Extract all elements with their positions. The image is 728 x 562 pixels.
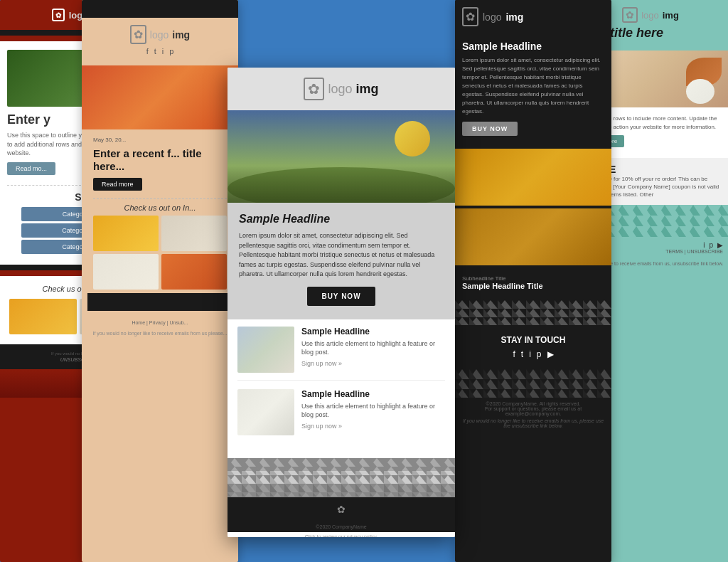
fourth-twitter-icon: t xyxy=(521,349,523,359)
center-policy-link[interactable]: Click to review our privacy policy. xyxy=(228,532,455,538)
fourth-chevron-svg xyxy=(455,300,611,325)
second-chevron-bottom2 xyxy=(87,311,232,317)
fifth-logo-icon: ✿ xyxy=(622,7,638,23)
fourth-footer-copyright: ©2020 CompanyName. All rights reserved. … xyxy=(455,398,611,432)
svg-rect-17 xyxy=(455,369,611,398)
second-footer-small: If you would no longer like to receive e… xyxy=(87,329,232,338)
svg-rect-11 xyxy=(228,484,455,497)
center-chevron-footer xyxy=(228,458,455,497)
second-flower-2 xyxy=(161,216,227,251)
fourth-stay-touch: STAY IN TOUCH f t i p ▶ xyxy=(455,325,611,369)
fourth-body-text: Lorem ipsum dolor sit amet, consectetur … xyxy=(462,56,604,116)
template-fourth: ✿ logoimg Sample Headline Lorem ipsum do… xyxy=(455,0,611,562)
second-divider xyxy=(93,198,227,199)
second-social-icons: f t i p xyxy=(89,47,231,55)
center-article-1-signup[interactable]: Sign up now » xyxy=(301,360,445,367)
fourth-bottom-content: Subheadline Title Sample Headline Title xyxy=(455,265,611,300)
second-date: May 30, 20... xyxy=(87,134,232,146)
template-center: ✿ logoimg Sample Headline Lo xyxy=(228,68,455,537)
center-articles-section: Sample Headline Use this article element… xyxy=(228,319,455,458)
second-unsubscribe-link[interactable]: Unsub... xyxy=(170,320,188,325)
fourth-sample-title: Sample Headline Title xyxy=(462,282,604,290)
fourth-pinterest-icon: p xyxy=(537,349,542,359)
center-article-2-thumb xyxy=(237,389,294,435)
center-article-1-thumb xyxy=(237,327,294,373)
svg-rect-9 xyxy=(228,458,455,471)
second-logo-icon: ✿ xyxy=(130,25,146,44)
center-article-2-signup[interactable]: Sign up now » xyxy=(301,423,445,430)
fourth-logo-area: ✿ logoimg xyxy=(455,0,611,33)
fourth-facebook-icon: f xyxy=(513,349,515,359)
center-logo-text-bold: img xyxy=(356,82,379,97)
fourth-main-content: Sample Headline Lorem ipsum dolor sit am… xyxy=(455,33,611,149)
fifth-flower-circle xyxy=(686,79,714,104)
fourth-buy-now-button[interactable]: BUY NOW xyxy=(462,122,518,136)
second-logo-text-light: logo xyxy=(150,29,168,41)
second-check-insta: Check us out on In... xyxy=(87,203,232,212)
center-logo-header: ✿ logoimg xyxy=(228,68,455,110)
fifth-logo-text-light: logo xyxy=(641,10,659,21)
fourth-logo-icon: ✿ xyxy=(462,7,478,26)
second-twitter-icon: t xyxy=(154,47,156,55)
center-sample-headline: Sample Headline xyxy=(239,213,444,226)
center-article-1-headline: Sample Headline xyxy=(301,327,445,336)
second-footer-links: Home | Privacy | Unsub... xyxy=(87,320,232,325)
center-article-2-content: Sample Headline Use this article element… xyxy=(301,389,445,435)
second-instagram-icon: i xyxy=(162,47,164,55)
second-headline: Enter a recent f... title here... xyxy=(87,146,232,174)
center-article-2-headline: Sample Headline xyxy=(301,389,445,399)
fourth-product-image-2 xyxy=(455,208,611,265)
fourth-chevron-section xyxy=(455,300,611,325)
left-flower-1 xyxy=(9,299,77,334)
center-article-2-body: Use this article element to highlight a … xyxy=(301,402,445,420)
center-footer-bottom: ✿ xyxy=(228,497,455,521)
center-footer-copyright: ©2020 CompanyName xyxy=(228,521,455,532)
second-logo-text-bold: img xyxy=(172,29,190,41)
fourth-chevron-bottom xyxy=(455,369,611,398)
second-home-link[interactable]: Home xyxy=(132,320,145,325)
second-flower-3 xyxy=(93,254,159,290)
center-buy-now-button[interactable]: BUY NOW xyxy=(307,287,375,306)
fourth-chevron-bottom-svg xyxy=(455,369,611,398)
second-read-more-button[interactable]: Read more xyxy=(93,178,142,191)
fourth-logo-text-light: logo xyxy=(483,11,501,23)
second-main-image xyxy=(82,65,238,129)
fifth-pinterest-icon: p xyxy=(709,241,713,249)
svg-rect-10 xyxy=(228,471,455,484)
center-logo: ✿ logoimg xyxy=(237,78,445,100)
fourth-social-icons: f t i p ▶ xyxy=(462,349,604,359)
fourth-sample-headline: Sample Headline xyxy=(462,41,604,52)
center-hero-image xyxy=(228,110,455,203)
center-body-copy: Lorem ipsum dolor sit amet, consectetur … xyxy=(239,231,444,280)
fifth-youtube-icon: ▶ xyxy=(717,241,723,249)
second-privacy-link[interactable]: Privacy xyxy=(149,320,166,325)
center-article-2: Sample Headline Use this article element… xyxy=(237,389,445,442)
second-pinterest-icon: p xyxy=(169,47,173,55)
center-article-1-content: Sample Headline Use this article element… xyxy=(301,327,445,373)
center-footer-icon: ✿ xyxy=(337,504,346,515)
second-chevron-top xyxy=(82,0,238,18)
center-logo-icon: ✿ xyxy=(304,78,324,100)
fourth-logo-text-bold: img xyxy=(505,11,523,23)
second-facebook-icon: f xyxy=(146,47,149,55)
fourth-product-image-1 xyxy=(455,149,611,206)
second-flower-4 xyxy=(161,254,227,290)
fourth-instagram-icon: i xyxy=(529,349,531,359)
center-logo-text-light: logo xyxy=(328,82,352,97)
center-chevron-svg xyxy=(228,458,455,497)
fifth-logo-text-bold: img xyxy=(663,10,679,21)
left-read-more-button[interactable]: Read mo... xyxy=(7,162,55,175)
center-article-1: Sample Headline Use this article element… xyxy=(237,327,445,381)
svg-point-1 xyxy=(395,121,430,157)
second-flower-grid xyxy=(93,216,227,290)
center-content-body: Sample Headline Lorem ipsum dolor sit am… xyxy=(228,203,455,319)
center-hero-svg xyxy=(228,110,455,203)
left-logo-icon: ✿ xyxy=(52,9,65,21)
second-logo: ✿ logoimg xyxy=(89,25,231,44)
fourth-subheadline: Subheadline Title xyxy=(462,275,604,282)
fourth-youtube-icon: ▶ xyxy=(547,349,554,359)
template-second: ✿ logoimg f t i p May 30, 20... Enter a … xyxy=(82,0,238,562)
center-article-1-body: Use this article element to highlight a … xyxy=(301,339,445,357)
second-logo-area: ✿ logoimg f t i p xyxy=(82,18,238,65)
svg-point-2 xyxy=(228,167,455,203)
